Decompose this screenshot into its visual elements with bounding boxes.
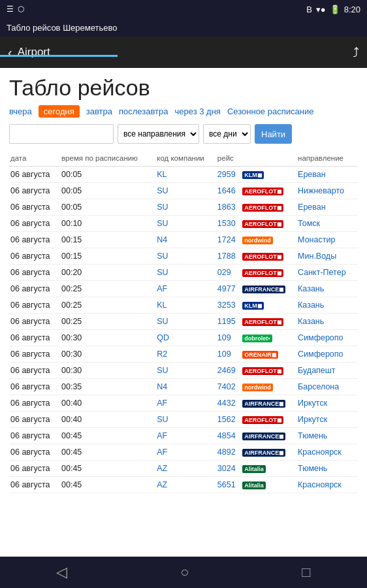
cell-code[interactable]: KL xyxy=(155,297,216,314)
col-flight: рейс xyxy=(216,152,242,167)
day-select[interactable]: все дни xyxy=(203,124,251,144)
cell-direction[interactable]: Казань xyxy=(296,314,358,330)
cell-code[interactable]: AF xyxy=(155,281,216,297)
cell-direction[interactable]: Будапешт xyxy=(296,363,358,379)
cell-time: 00:05 xyxy=(60,183,155,199)
cell-direction[interactable]: Симферопо xyxy=(296,346,358,363)
cell-flight[interactable]: 2959 xyxy=(216,167,242,183)
cell-direction[interactable]: Иркутск xyxy=(296,395,358,412)
cell-flight[interactable]: 109 xyxy=(216,330,242,346)
cell-direction[interactable]: Барселона xyxy=(296,379,358,395)
cell-code[interactable]: SU xyxy=(155,265,216,281)
cell-direction[interactable]: Ереван xyxy=(296,199,358,216)
cell-flight[interactable]: 4892 xyxy=(216,444,242,461)
cell-flight[interactable]: 1646 xyxy=(216,183,242,199)
cell-code[interactable]: KL xyxy=(155,167,216,183)
cell-flight[interactable]: 1530 xyxy=(216,216,242,232)
cell-flight[interactable]: 4977 xyxy=(216,281,242,297)
cell-code[interactable]: AZ xyxy=(155,461,216,477)
cell-direction[interactable]: Томск xyxy=(296,216,358,232)
cell-flight[interactable]: 4854 xyxy=(216,428,242,444)
table-row: 06 августа 00:20 SU 029 AEROFLOT◼ Санкт-… xyxy=(9,265,358,281)
cell-direction[interactable]: Санкт-Петер xyxy=(296,265,358,281)
cell-date: 06 августа xyxy=(9,330,60,346)
cell-direction[interactable]: Красноярск xyxy=(296,444,358,461)
date-day-after-tomorrow[interactable]: послезавтра xyxy=(119,106,168,116)
cell-code[interactable]: AF xyxy=(155,444,216,461)
cell-time: 00:45 xyxy=(60,444,155,461)
cell-flight[interactable]: 1788 xyxy=(216,248,242,265)
table-header-row: дата время по расписанию код компании ре… xyxy=(9,152,358,167)
date-in3days[interactable]: через 3 дня xyxy=(175,106,221,116)
table-row: 06 августа 00:40 AF 4432 AIRFRANCE◼ Ирку… xyxy=(9,395,358,412)
cell-direction[interactable]: Красноярск xyxy=(296,477,358,493)
table-row: 06 августа 00:25 AF 4977 AIRFRANCE◼ Каза… xyxy=(9,281,358,297)
date-tomorrow[interactable]: завтра xyxy=(86,106,112,116)
cell-code[interactable]: AF xyxy=(155,428,216,444)
cell-code[interactable]: R2 xyxy=(155,346,216,363)
direction-select[interactable]: все направления xyxy=(118,124,199,144)
date-yesterday[interactable]: вчера xyxy=(9,106,32,116)
cell-direction[interactable]: Тюмень xyxy=(296,461,358,477)
cell-time: 00:05 xyxy=(60,199,155,216)
back-nav-icon[interactable]: ◁ xyxy=(56,564,67,581)
cell-flight[interactable]: 029 xyxy=(216,265,242,281)
cell-direction[interactable]: Мин.Воды xyxy=(296,248,358,265)
search-button[interactable]: Найти xyxy=(255,124,292,144)
cell-date: 06 августа xyxy=(9,363,60,379)
cell-direction[interactable]: Ереван xyxy=(296,167,358,183)
share-icon[interactable]: ⤴ xyxy=(353,45,359,60)
table-row: 06 августа 00:05 SU 1863 AEROFLOT◼ Ерева… xyxy=(9,199,358,216)
cell-flight[interactable]: 1562 xyxy=(216,412,242,428)
cell-flight[interactable]: 7402 xyxy=(216,379,242,395)
cell-direction[interactable]: Казань xyxy=(296,281,358,297)
cell-flight[interactable]: 3253 xyxy=(216,297,242,314)
cell-flight[interactable]: 3024 xyxy=(216,461,242,477)
cell-code[interactable]: SU xyxy=(155,314,216,330)
home-nav-icon[interactable]: ○ xyxy=(180,564,189,581)
notification-icon: ⬡ xyxy=(18,5,24,14)
cell-date: 06 августа xyxy=(9,412,60,428)
cell-direction[interactable]: Тюмень xyxy=(296,428,358,444)
cell-code[interactable]: SU xyxy=(155,199,216,216)
date-nav: вчера сегодня завтра послезавтра через 3… xyxy=(9,105,358,118)
cell-code[interactable]: SU xyxy=(155,216,216,232)
cell-flight[interactable]: 1724 xyxy=(216,232,242,248)
cell-code[interactable]: N4 xyxy=(155,232,216,248)
status-bar: ☰ ⬡ B ▾● 🔋 8:20 xyxy=(0,0,367,18)
cell-flight[interactable]: 109 xyxy=(216,346,242,363)
cell-flight[interactable]: 1863 xyxy=(216,199,242,216)
back-button[interactable]: ‹ Airport xyxy=(8,45,50,60)
cell-code[interactable]: N4 xyxy=(155,379,216,395)
cell-logo: AIRFRANCE◼ xyxy=(241,395,296,412)
cell-code[interactable]: SU xyxy=(155,363,216,379)
cell-date: 06 августа xyxy=(9,281,60,297)
cell-code[interactable]: SU xyxy=(155,248,216,265)
cell-direction[interactable]: Казань xyxy=(296,297,358,314)
cell-logo: nordwind xyxy=(241,379,296,395)
cell-time: 00:40 xyxy=(60,412,155,428)
cell-code[interactable]: AZ xyxy=(155,477,216,493)
cell-flight[interactable]: 5651 xyxy=(216,477,242,493)
cell-code[interactable]: AF xyxy=(155,395,216,412)
table-row: 06 августа 00:40 SU 1562 AEROFLOT◼ Иркут… xyxy=(9,412,358,428)
cell-logo: Alitalia xyxy=(241,477,296,493)
nav-bar: ‹ Airport ⤴ xyxy=(0,37,367,68)
cell-flight[interactable]: 2469 xyxy=(216,363,242,379)
cell-time: 00:15 xyxy=(60,232,155,248)
cell-direction[interactable]: Иркутск xyxy=(296,412,358,428)
cell-logo: nordwind xyxy=(241,232,296,248)
recent-nav-icon[interactable]: □ xyxy=(302,564,310,581)
cell-flight[interactable]: 4432 xyxy=(216,395,242,412)
cell-code[interactable]: QD xyxy=(155,330,216,346)
cell-code[interactable]: SU xyxy=(155,412,216,428)
cell-direction[interactable]: Монастир xyxy=(296,232,358,248)
cell-flight[interactable]: 1195 xyxy=(216,314,242,330)
cell-code[interactable]: SU xyxy=(155,183,216,199)
cell-direction[interactable]: Симферопо xyxy=(296,330,358,346)
cell-date: 06 августа xyxy=(9,461,60,477)
date-today[interactable]: сегодня xyxy=(39,105,80,118)
cell-direction[interactable]: Нижневарто xyxy=(296,183,358,199)
search-input[interactable] xyxy=(9,124,114,144)
date-seasonal[interactable]: Сезонное расписание xyxy=(227,106,313,116)
